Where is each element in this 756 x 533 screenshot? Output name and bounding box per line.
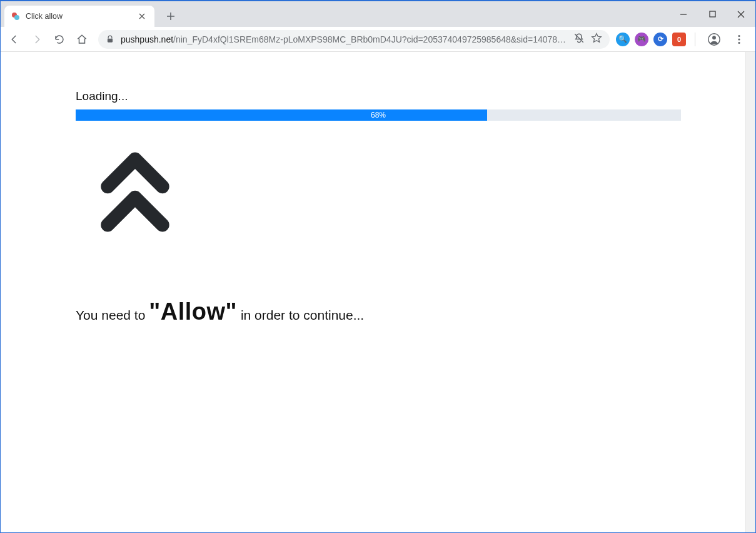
tab-title: Click allow [26,12,132,21]
url-path: /nin_FyD4xfQl1SREm68Mz-pLoMXPS98MC_BRb0m… [173,34,567,44]
home-button[interactable] [72,29,92,49]
bookmark-star-icon[interactable] [591,33,602,46]
message-highlight: "Allow" [149,298,237,325]
svg-point-5 [712,36,716,39]
notifications-muted-icon[interactable] [573,33,585,46]
vertical-scrollbar[interactable] [745,52,755,532]
browser-toolbar: pushpush.net/nin_FyD4xfQl1SREm68Mz-pLoMX… [1,27,755,52]
svg-point-7 [738,38,740,40]
profile-avatar-icon[interactable] [704,29,724,49]
svg-rect-2 [710,11,715,17]
toolbar-separator [695,33,695,46]
reload-button[interactable] [49,29,69,49]
window-controls [669,1,755,27]
chrome-menu-icon[interactable] [729,29,749,49]
message-prefix: You need to [76,308,149,322]
url-text: pushpush.net/nin_FyD4xfQl1SREm68Mz-pLoMX… [121,34,567,44]
tab-close-icon[interactable] [137,11,147,21]
tab-favicon [11,11,21,21]
url-host: pushpush.net [121,34,173,44]
lock-icon [106,35,114,44]
svg-point-1 [14,15,19,20]
page-viewport: Loading... 68% You need to "Allow" in or… [1,52,755,532]
browser-tab[interactable]: Click allow [4,6,154,27]
loading-label: Loading... [76,89,680,103]
extension-icon[interactable]: 🎮 [635,33,648,46]
svg-rect-3 [108,38,113,42]
browser-titlebar: Click allow [1,1,755,27]
extension-icon[interactable]: ⟳ [653,33,667,46]
extensions-row: 🔍 🎮 ⟳ 0 [616,29,752,49]
double-chevron-up-icon [101,148,169,236]
svg-point-8 [738,41,740,43]
window-minimize-button[interactable] [669,4,698,24]
message-suffix: in order to continue... [241,308,364,322]
address-bar[interactable]: pushpush.net/nin_FyD4xfQl1SREm68Mz-pLoMX… [98,30,610,49]
window-maximize-button[interactable] [698,4,727,24]
back-button[interactable] [4,29,24,49]
progress-percent-text: 68% [76,109,681,121]
instruction-message: You need to "Allow" in order to continue… [76,298,680,325]
new-tab-button[interactable] [162,8,179,25]
extension-icon[interactable]: 0 [672,33,686,46]
window-close-button[interactable] [727,4,755,24]
progress-bar: 68% [76,109,681,121]
svg-point-6 [738,34,740,36]
extension-icon[interactable]: 🔍 [616,33,630,46]
forward-button[interactable] [27,29,47,49]
